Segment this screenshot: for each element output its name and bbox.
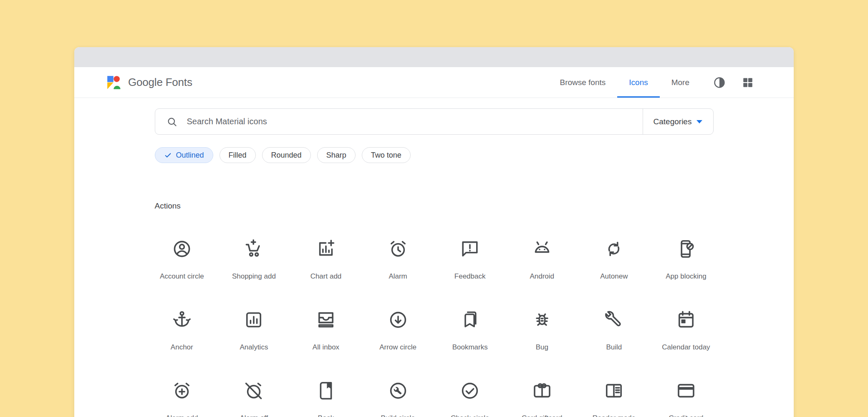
categories-label: Categories <box>654 117 692 126</box>
icon-cell-autonew[interactable]: Autonew <box>578 221 650 291</box>
search-bar: Categories <box>155 108 714 135</box>
filter-chip-filled[interactable]: Filled <box>220 147 256 163</box>
icon-cell-android[interactable]: Android <box>506 221 578 291</box>
filter-chip-rounded[interactable]: Rounded <box>262 147 311 163</box>
icon-cell-build-circle[interactable]: Build circle <box>362 362 434 417</box>
icon-cell-card-giftcard[interactable]: Card giftcard <box>506 362 578 417</box>
filter-chip-sharp[interactable]: Sharp <box>317 147 356 163</box>
icon-label: Bookmarks <box>452 343 488 352</box>
nav-more[interactable]: More <box>660 67 701 98</box>
check-circle-icon <box>460 381 480 401</box>
chip-label: Two tone <box>371 151 401 160</box>
icon-cell-book[interactable]: Book <box>290 362 362 417</box>
icon-label: Analytics <box>240 343 268 352</box>
card-giftcard-icon <box>532 381 552 401</box>
logo-text: Google Fonts <box>128 76 192 89</box>
header-actions <box>710 67 757 98</box>
calendar-today-icon <box>676 310 696 330</box>
primary-nav: Browse fonts Icons More <box>548 67 701 98</box>
icon-label: All inbox <box>313 343 339 352</box>
account-circle-icon <box>172 239 192 259</box>
icon-label: Check circle <box>451 414 490 417</box>
anchor-icon <box>172 310 192 330</box>
arrow-circle-icon <box>388 310 408 330</box>
icon-label: Book <box>318 414 334 417</box>
icon-cell-credit-card[interactable]: Credit card <box>650 362 722 417</box>
icon-cell-anchor[interactable]: Anchor <box>146 291 218 362</box>
section-title: Actions <box>155 201 714 211</box>
google-fonts-logo[interactable]: Google Fonts <box>106 67 192 98</box>
bookmarks-icon <box>460 310 480 330</box>
android-icon <box>532 239 552 259</box>
icon-label: Feedback <box>454 272 486 281</box>
icon-cell-bug[interactable]: Bug <box>506 291 578 362</box>
icon-cell-shopping-add[interactable]: Shopping add <box>218 221 290 291</box>
book-icon <box>316 381 336 401</box>
icon-cell-calendar-today[interactable]: Calendar today <box>650 291 722 362</box>
nav-browse-fonts[interactable]: Browse fonts <box>548 67 617 98</box>
app-header: Google Fonts Browse fonts Icons More <box>74 67 794 98</box>
build-icon <box>604 310 624 330</box>
icon-label: Bug <box>536 343 548 352</box>
categories-dropdown[interactable]: Categories <box>643 109 713 134</box>
filter-chip-two-tone[interactable]: Two tone <box>362 147 411 163</box>
icon-label: App blocking <box>666 272 706 281</box>
check-icon <box>164 151 172 159</box>
icon-label: Reader mode <box>593 414 636 417</box>
browser-chrome-bar <box>74 47 794 67</box>
all-inbox-icon <box>316 310 336 330</box>
icon-cell-reader-mode[interactable]: Reader mode <box>578 362 650 417</box>
icon-cell-app-blocking[interactable]: App blocking <box>650 221 722 291</box>
icons-grid: Account circleShopping addChart addAlarm… <box>146 221 722 417</box>
icon-cell-bookmarks[interactable]: Bookmarks <box>434 291 506 362</box>
alarm-add-icon <box>172 381 192 401</box>
app-blocking-icon <box>676 239 696 259</box>
icon-label: Credit card <box>669 414 703 417</box>
icon-cell-chart-add[interactable]: Chart add <box>290 221 362 291</box>
search-icon <box>166 116 178 128</box>
apps-grid-icon[interactable] <box>739 73 757 92</box>
search-input[interactable] <box>186 108 643 135</box>
icon-cell-check-circle[interactable]: Check circle <box>434 362 506 417</box>
icon-label: Arrow circle <box>379 343 416 352</box>
filter-chips: OutlinedFilledRoundedSharpTwo tone <box>155 147 714 163</box>
alarm-off-icon <box>244 381 264 401</box>
dark-mode-toggle-icon[interactable] <box>710 73 729 92</box>
icon-cell-build[interactable]: Build <box>578 291 650 362</box>
icon-cell-alarm[interactable]: Alarm <box>362 221 434 291</box>
icon-cell-alarm-off[interactable]: Alarm off <box>218 362 290 417</box>
alarm-icon <box>388 239 408 259</box>
icon-label: Build circle <box>381 414 415 417</box>
nav-icons[interactable]: Icons <box>617 67 659 98</box>
icon-label: Card giftcard <box>522 414 562 417</box>
analytics-icon <box>244 310 264 330</box>
chip-label: Rounded <box>271 151 302 160</box>
icon-cell-analytics[interactable]: Analytics <box>218 291 290 362</box>
chevron-down-icon <box>696 120 702 123</box>
icon-label: Anchor <box>171 343 193 352</box>
icon-label: Alarm add <box>166 414 198 417</box>
build-circle-icon <box>388 381 408 401</box>
icon-label: Alarm <box>389 272 407 281</box>
chip-label: Sharp <box>326 151 346 160</box>
icon-cell-all-inbox[interactable]: All inbox <box>290 291 362 362</box>
reader-mode-icon <box>604 381 624 401</box>
icon-label: Build <box>606 343 622 352</box>
icon-cell-account-circle[interactable]: Account circle <box>146 221 218 291</box>
chip-label: Outlined <box>176 151 204 160</box>
shopping-add-icon <box>244 239 264 259</box>
filter-chip-outlined[interactable]: Outlined <box>155 147 213 163</box>
icon-label: Shopping add <box>232 272 276 281</box>
chip-label: Filled <box>229 151 247 160</box>
icon-label: Android <box>530 272 554 281</box>
app-window: Google Fonts Browse fonts Icons More <box>74 47 794 417</box>
icon-label: Account circle <box>160 272 204 281</box>
icon-label: Calendar today <box>662 343 710 352</box>
icon-label: Alarm off <box>240 414 268 417</box>
feedback-icon <box>460 239 480 259</box>
icon-label: Chart add <box>310 272 342 281</box>
icon-cell-arrow-circle[interactable]: Arrow circle <box>362 291 434 362</box>
icon-cell-feedback[interactable]: Feedback <box>434 221 506 291</box>
icon-cell-alarm-add[interactable]: Alarm add <box>146 362 218 417</box>
credit-card-icon <box>676 381 696 401</box>
